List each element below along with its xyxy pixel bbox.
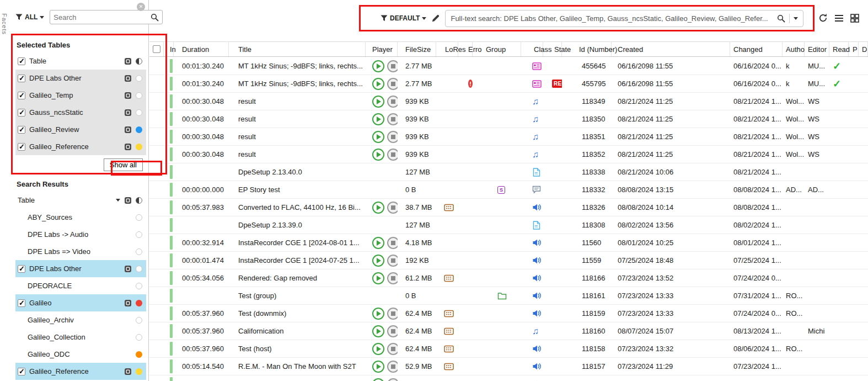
- select-all-checkbox[interactable]: [153, 45, 160, 53]
- column-header-error[interactable]: Erro: [458, 42, 473, 56]
- stop-button[interactable]: [387, 255, 398, 267]
- facet-checkbox[interactable]: [18, 126, 25, 134]
- search-history-chevron-icon[interactable]: [794, 17, 798, 20]
- facet-checkbox[interactable]: [18, 368, 25, 375]
- table-row[interactable]: 00:05:37.983Converted to FLAC, 44100 Hz,…: [149, 199, 868, 216]
- facet-checkbox[interactable]: [18, 109, 25, 117]
- show-all-button[interactable]: Show all: [104, 158, 143, 171]
- column-header-state[interactable]: State: [543, 42, 562, 56]
- list-view-icon[interactable]: [834, 14, 844, 22]
- facet-checkbox[interactable]: [18, 75, 25, 82]
- search-result-item[interactable]: DPE Labs => Video: [15, 243, 146, 260]
- table-row[interactable]: 00:00:30.048result939 KB♫11835208/21/202…: [149, 146, 868, 163]
- table-row[interactable]: [149, 375, 868, 381]
- play-button[interactable]: [372, 96, 384, 108]
- search-result-item[interactable]: Galileo_Archiv: [15, 311, 146, 329]
- stop-button[interactable]: [387, 272, 398, 284]
- column-header-lores[interactable]: LoRes: [436, 42, 458, 56]
- column-header-title[interactable]: Title: [229, 42, 366, 56]
- column-header-read[interactable]: Read: [829, 42, 849, 56]
- play-button[interactable]: [372, 131, 384, 143]
- table-row[interactable]: 00:00:00.000EP Story test0 BS11833208/08…: [149, 181, 868, 199]
- column-header-p[interactable]: P: [849, 42, 859, 56]
- search-icon[interactable]: [777, 14, 785, 23]
- play-button[interactable]: [372, 237, 384, 249]
- facet-filter-dropdown[interactable]: ALL: [15, 13, 44, 21]
- play-button[interactable]: [372, 361, 384, 373]
- column-header-created[interactable]: Created: [612, 42, 730, 56]
- stop-button[interactable]: [387, 308, 398, 320]
- stop-button[interactable]: [387, 378, 398, 381]
- column-header-filesize[interactable]: FileSize: [398, 42, 436, 56]
- column-header-d[interactable]: D: [859, 42, 868, 56]
- column-header-id[interactable]: Id (Number): [562, 42, 612, 56]
- facet-checkbox[interactable]: [18, 143, 25, 151]
- table-row[interactable]: 00:00:01.474InstaRecorder CGE 1 [2024-07…: [149, 252, 868, 269]
- search-result-item[interactable]: Galileo_ODC: [15, 346, 146, 363]
- table-row[interactable]: 00:00:30.048result939 KB♫11834908/21/202…: [149, 93, 868, 110]
- stop-button[interactable]: [387, 113, 398, 125]
- selected-table-item[interactable]: Table: [15, 52, 146, 70]
- column-header-changed[interactable]: Changed: [730, 42, 783, 56]
- search-result-item[interactable]: DPE Labs Other: [15, 260, 146, 277]
- selected-table-item[interactable]: DPE Labs Other: [15, 70, 146, 87]
- play-button[interactable]: [372, 272, 384, 284]
- search-result-item[interactable]: Galileo_Collection: [15, 329, 146, 346]
- selected-table-item[interactable]: Gauss_ncsStatic: [15, 104, 146, 121]
- search-icon[interactable]: [151, 13, 159, 22]
- table-row[interactable]: 00:05:34.056Rendered: Gap removed61.2 MB…: [149, 269, 868, 287]
- play-button[interactable]: [372, 60, 384, 72]
- column-header-in[interactable]: In: [164, 42, 174, 56]
- search-result-item[interactable]: Galileo_Reference: [15, 363, 146, 380]
- fulltext-search-input[interactable]: Full-text search: DPE Labs Other, Galile…: [445, 10, 803, 27]
- table-row[interactable]: 00:00:32.914InstaRecorder CGE 1 [2024-08…: [149, 234, 868, 252]
- stop-button[interactable]: [387, 202, 398, 214]
- facet-search-box[interactable]: [50, 10, 163, 24]
- column-header-author[interactable]: Autho: [783, 42, 805, 56]
- facet-checkbox[interactable]: [18, 57, 25, 65]
- facet-checkbox[interactable]: [18, 92, 25, 99]
- column-header-editor[interactable]: Editor: [805, 42, 829, 56]
- play-button[interactable]: [372, 78, 384, 90]
- preset-dropdown[interactable]: DEFAULT: [381, 14, 426, 22]
- facet-checkbox[interactable]: [18, 299, 25, 307]
- stop-button[interactable]: [387, 325, 398, 337]
- facet-search-input[interactable]: [53, 13, 151, 22]
- search-result-item[interactable]: Galileo: [15, 294, 146, 311]
- stop-button[interactable]: [387, 237, 398, 249]
- search-result-item[interactable]: DPEORACLE: [15, 277, 146, 294]
- table-row[interactable]: 00:00:30.048result939 KB♫11835108/21/202…: [149, 128, 868, 146]
- stop-button[interactable]: [387, 149, 398, 161]
- play-button[interactable]: [372, 308, 384, 320]
- table-row[interactable]: 00:05:37.960Test (host)62.4 MB11815807/2…: [149, 340, 868, 358]
- play-button[interactable]: [372, 378, 384, 381]
- selected-table-item[interactable]: Galileo_Review: [15, 121, 146, 138]
- stop-button[interactable]: [387, 60, 398, 72]
- table-row[interactable]: 00:05:14.540R.E.M. - Man On The Moon wit…: [149, 358, 868, 375]
- selected-table-item[interactable]: Galileo_Temp: [15, 87, 146, 104]
- column-header-player[interactable]: Player: [366, 42, 398, 56]
- table-row[interactable]: DpeSetup 2.13.39.0127 MB11830808/02/2024…: [149, 216, 868, 234]
- table-row[interactable]: 00:05:37.960Test (downmix)62.4 MB1181590…: [149, 305, 868, 322]
- stop-button[interactable]: [387, 343, 398, 355]
- column-header-group[interactable]: Group: [473, 42, 521, 56]
- edit-pencil-icon[interactable]: [431, 14, 440, 23]
- stop-button[interactable]: [387, 361, 398, 373]
- column-header-class[interactable]: Class: [521, 42, 543, 56]
- search-result-item[interactable]: ABY_Sources: [15, 209, 146, 226]
- play-button[interactable]: [372, 113, 384, 125]
- facet-checkbox[interactable]: [18, 265, 25, 273]
- grid-view-icon[interactable]: [850, 14, 859, 23]
- search-result-item[interactable]: DPE Labs -> Audio: [15, 226, 146, 243]
- play-button[interactable]: [372, 343, 384, 355]
- close-icon[interactable]: ✕: [137, 3, 145, 11]
- table-row[interactable]: DpeSetup 2.13.40.0127 MB11833808/21/2024…: [149, 163, 868, 181]
- play-button[interactable]: [372, 325, 384, 337]
- table-row[interactable]: 00:01:30.240MT 1kHz Sinus; -9dBFS; links…: [149, 57, 868, 75]
- stop-button[interactable]: [387, 131, 398, 143]
- stop-button[interactable]: [387, 96, 398, 108]
- table-row[interactable]: Test (group)0 B11816107/23/2024 13:3307/…: [149, 287, 868, 305]
- table-row[interactable]: 00:05:37.960Californication62.4 MB♫11816…: [149, 322, 868, 340]
- table-row[interactable]: 00:01:30.240MT 1kHz Sinus; -9dBFS; links…: [149, 75, 868, 93]
- selected-table-item[interactable]: Galileo_Reference: [15, 138, 146, 155]
